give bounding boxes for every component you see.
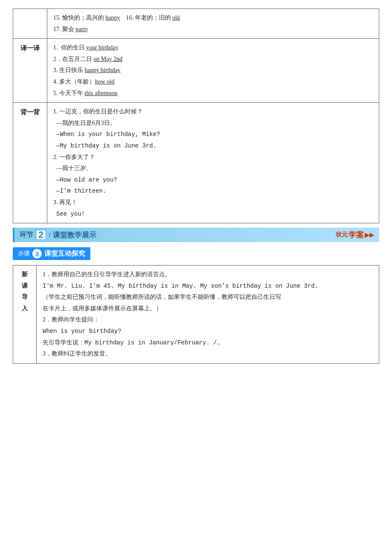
section-banner-right: 状元 学案 ▶▶ xyxy=(336,230,374,240)
step-prefix: 步骤 xyxy=(18,250,30,257)
bottom-row-label: 新课导入 xyxy=(13,266,37,364)
translate-line-4: 4. 多大（年龄）how old xyxy=(53,76,373,88)
table-row-recite: 背一背 1. 一迈克，你的生日是什么时候？ —我的生日是6月3日。 —When … xyxy=(13,103,379,223)
recite-10: See you! xyxy=(53,208,373,220)
recite-7: —How old are you? xyxy=(53,174,373,186)
translate-how-old: how old xyxy=(95,78,115,85)
recite-4: —My birthday is on June 3rd. xyxy=(53,140,373,152)
recite-9: 3. 再见！ xyxy=(53,197,373,208)
section-zhuangyuan: 状元 xyxy=(336,231,348,239)
bottom-line-6: When is your birthday? xyxy=(43,326,373,337)
bottom-line-1: 1．教师用自己的生日引导学生进入新的语言点。 xyxy=(43,269,373,280)
translate-your-birthday: your birthday xyxy=(86,44,118,51)
vocab-old: old xyxy=(172,14,180,21)
section-number: 2 xyxy=(36,230,46,240)
row-label-translate: 译一译 xyxy=(13,39,47,103)
recite-1: 1. 一迈克，你的生日是什么时候？ xyxy=(53,106,373,118)
bottom-line-7: 先引导学生说：My birthday is in January/Februar… xyxy=(43,337,373,349)
bottom-row-content: 1．教师用自己的生日引导学生进入新的语言点。 I'm Mr. Liu. I'm … xyxy=(37,266,379,364)
bottom-table-row: 新课导入 1．教师用自己的生日引导学生进入新的语言点。 I'm Mr. Liu.… xyxy=(13,266,379,364)
row-content-vocab: 15. 愉快的；高兴的 happy 16. 年老的；旧的 old 17. 聚会 … xyxy=(47,9,379,39)
vocab-party: party xyxy=(76,26,88,32)
section-xuean: 学案 xyxy=(349,230,364,240)
row-content-recite: 1. 一迈克，你的生日是什么时候？ —我的生日是6月3日。 —When is y… xyxy=(47,103,379,223)
section-slash: / xyxy=(49,231,50,239)
translate-line-5: 5. 今天下午 this afternoon xyxy=(53,88,373,99)
row-label-empty xyxy=(13,9,47,39)
step-banner: 步骤 3 课堂互动探究 xyxy=(13,247,90,260)
section-banner: 环节 2 / 课堂教学展示 状元 学案 ▶▶ xyxy=(13,228,379,242)
translate-line-3: 3. 生日快乐 happy birthday xyxy=(53,65,373,76)
translate-line-2: 2．在五月二日 on May 2nd xyxy=(53,54,373,65)
bottom-line-4: 在卡片上，或用多媒体课件展示在屏幕上。） xyxy=(43,303,373,315)
section-title: 课堂教学展示 xyxy=(53,230,96,240)
bottom-label-text: 新课导入 xyxy=(19,269,30,314)
bottom-line-8: 3．教师纠正学生的发音。 xyxy=(43,348,373,360)
vocab-line-1: 15. 愉快的；高兴的 happy 16. 年老的；旧的 old xyxy=(53,12,373,24)
translate-happy-birthday: happy birthday xyxy=(85,67,121,73)
section-arrows: ▶▶ xyxy=(365,231,374,238)
section-banner-left: 环节 2 / 课堂教学展示 xyxy=(20,230,96,240)
vocab-happy: happy xyxy=(106,14,120,21)
top-table: 15. 愉快的；高兴的 happy 16. 年老的；旧的 old 17. 聚会 … xyxy=(13,9,379,223)
recite-6: —我十三岁。 xyxy=(53,163,373,174)
translate-this-afternoon: this afternoon xyxy=(85,90,118,96)
step-number: 3 xyxy=(32,249,42,258)
table-row-translate: 译一译 1. 你的生日 your birthday 2．在五月二日 on May… xyxy=(13,39,379,103)
translate-on-may-2nd: on May 2nd xyxy=(94,56,123,62)
vocab-line-2: 17. 聚会 party xyxy=(53,24,373,35)
recite-5: 2. 一你多大了？ xyxy=(53,152,373,163)
recite-8: —I'm thirteen. xyxy=(53,185,373,197)
bottom-line-3: （学生之前已预习生词，能听懂教师所说的话，如果学生不能听懂，教师可以把自己生日写 xyxy=(43,292,373,303)
row-label-recite: 背一背 xyxy=(13,103,47,223)
bottom-table: 新课导入 1．教师用自己的生日引导学生进入新的语言点。 I'm Mr. Liu.… xyxy=(13,265,379,364)
recite-2: —我的生日是6月3日。 xyxy=(53,118,373,129)
step-banner-container: 步骤 3 课堂互动探究 xyxy=(13,247,379,260)
translate-line-1: 1. 你的生日 your birthday xyxy=(53,42,373,54)
step-title: 课堂互动探究 xyxy=(44,249,85,258)
section-icon-label: 环节 xyxy=(20,231,33,240)
table-row-vocab: 15. 愉快的；高兴的 happy 16. 年老的；旧的 old 17. 聚会 … xyxy=(13,9,379,39)
recite-3: —When is your birthday, Mike? xyxy=(53,129,373,140)
bottom-line-5: 2．教师向学生提问： xyxy=(43,314,373,326)
row-content-translate: 1. 你的生日 your birthday 2．在五月二日 on May 2nd… xyxy=(47,39,379,103)
bottom-line-2: I'm Mr. Liu. I'm 45. My birthday is in M… xyxy=(43,280,373,292)
